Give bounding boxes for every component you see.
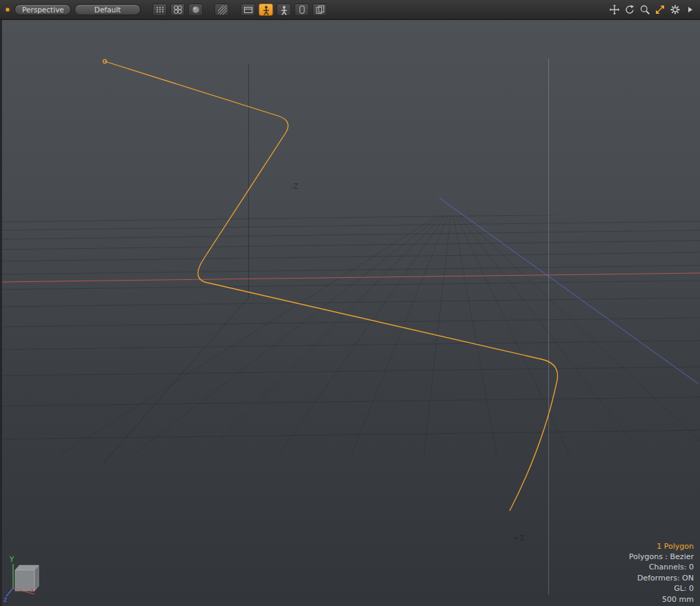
person-icon[interactable] xyxy=(277,3,291,16)
pages-icon[interactable] xyxy=(312,3,327,16)
x-axis-line xyxy=(0,273,700,282)
zoom-icon[interactable] xyxy=(639,4,650,16)
outline-box-icon[interactable] xyxy=(241,3,255,16)
toolbar-right-group xyxy=(608,4,696,16)
axis-gizmo: Y x z xyxy=(3,554,47,603)
settings-gear-icon[interactable] xyxy=(669,4,681,16)
scene-canvas xyxy=(0,20,700,606)
info-deformers: Deformers: ON xyxy=(629,573,694,583)
info-gl: GL: 0 xyxy=(629,583,694,594)
shading-style-button[interactable]: Default xyxy=(74,4,141,15)
z-axis-line xyxy=(439,198,699,384)
expand-arrow-icon[interactable] xyxy=(684,4,696,16)
view-type-button[interactable]: Perspective xyxy=(14,4,71,15)
pan-icon[interactable] xyxy=(608,4,620,16)
grid-horizontal-lines xyxy=(0,213,700,439)
viewport-info-readout: 1 Polygon Polygons : Bezier Channels: 0 … xyxy=(629,541,694,605)
person-active-icon[interactable] xyxy=(259,3,273,16)
capsule-icon[interactable] xyxy=(294,3,309,16)
info-grid-size: 500 mm xyxy=(629,594,694,605)
circles-grid-icon[interactable] xyxy=(170,3,185,16)
viewport-dot-icon[interactable] xyxy=(4,6,11,13)
fit-view-icon[interactable] xyxy=(654,4,666,16)
dots-grid-icon[interactable] xyxy=(152,3,167,16)
gizmo-z-label: z xyxy=(3,596,7,603)
gizmo-y-label: Y xyxy=(9,556,14,563)
viewport-toolbar: Perspective Default xyxy=(0,0,700,20)
viewport-left-edge xyxy=(0,20,2,606)
info-polygon-type: Polygons : Bezier xyxy=(629,552,694,562)
hatch-icon[interactable] xyxy=(214,3,229,16)
workplane-dark-diagonal xyxy=(103,298,248,463)
orbit-icon[interactable] xyxy=(623,4,635,16)
viewport-3d[interactable]: -Z +Z Y x z 1 Polygon Polygons : Bezier … xyxy=(0,20,700,606)
info-channels: Channels: 0 xyxy=(629,562,694,572)
gizmo-x-label: x xyxy=(30,586,34,594)
info-polygon-count: 1 Polygon xyxy=(629,541,694,552)
gizmo-cube-side xyxy=(34,565,39,591)
sphere-icon[interactable] xyxy=(188,3,203,16)
gizmo-z-axis xyxy=(6,588,13,596)
